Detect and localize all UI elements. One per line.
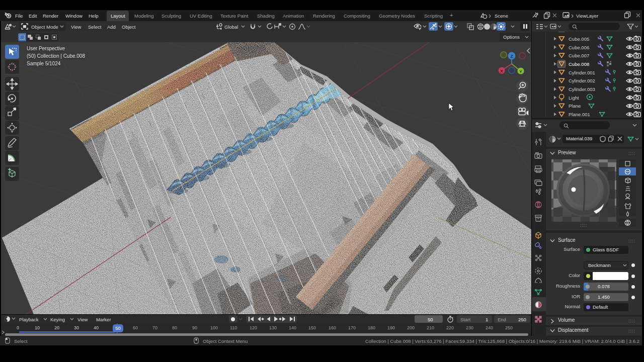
svg-text:Plane: Plane <box>569 103 581 109</box>
svg-text:Cylinder.003: Cylinder.003 <box>569 86 595 92</box>
svg-text:Y: Y <box>519 69 522 74</box>
svg-text:Plane.001: Plane.001 <box>569 112 590 117</box>
svg-text:Cylinder.001: Cylinder.001 <box>569 70 595 75</box>
svg-text:Cube.007: Cube.007 <box>569 53 589 58</box>
svg-text:Cube.006: Cube.006 <box>569 45 589 50</box>
svg-text:Light: Light <box>569 95 579 101</box>
svg-text:Cube.005: Cube.005 <box>569 36 589 42</box>
svg-text:Cylinder.002: Cylinder.002 <box>569 78 595 83</box>
svg-text:Z: Z <box>510 54 513 59</box>
svg-text:X: X <box>500 69 503 73</box>
svg-text:Cube.008: Cube.008 <box>569 61 589 67</box>
